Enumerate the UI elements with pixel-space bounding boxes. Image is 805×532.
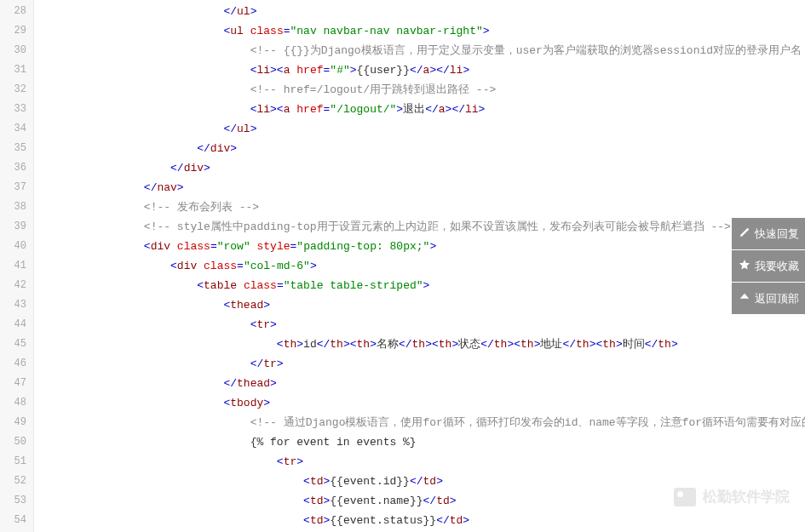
line-number: 54 [0, 511, 33, 530]
line-number: 29 [0, 21, 33, 41]
code-line[interactable]: <!-- {{}}为Django模板语言，用于定义显示变量，user为客户端获取… [34, 41, 805, 60]
line-number: 48 [0, 393, 33, 413]
button-label: 快速回复 [755, 226, 799, 242]
code-line[interactable]: <td>{{event.status}}</td> [34, 511, 805, 530]
line-number: 50 [0, 432, 33, 452]
code-line[interactable]: </nav> [34, 178, 805, 197]
watermark: 松勤软件学院 [674, 487, 790, 506]
code-line[interactable]: <!-- 发布会列表 --> [34, 197, 805, 217]
code-line[interactable]: <tr> [34, 452, 805, 472]
code-editor: 2829303132333435363738394041424344454647… [0, 0, 805, 532]
up-icon [739, 291, 750, 306]
line-number: 31 [0, 60, 33, 80]
line-number: 34 [0, 119, 33, 139]
line-number: 45 [0, 335, 33, 354]
line-number: 41 [0, 256, 33, 276]
code-line[interactable]: <!-- href=/logout/用于跳转到退出路径 --> [34, 80, 805, 100]
code-line[interactable]: </tr> [34, 354, 805, 374]
line-number: 35 [0, 139, 33, 158]
quick-reply-button[interactable]: 快速回复 [732, 218, 805, 249]
line-number: 37 [0, 178, 33, 197]
code-line[interactable]: <li><a href="#">{{user}}</a></li> [34, 60, 805, 80]
code-line[interactable]: <div class="col-md-6"> [34, 256, 805, 276]
code-line[interactable]: <!-- 通过Django模板语言，使用for循环，循环打印发布会的id、nam… [34, 413, 805, 432]
line-number: 28 [0, 2, 33, 21]
line-number: 33 [0, 100, 33, 119]
line-number: 43 [0, 295, 33, 315]
line-number: 52 [0, 472, 33, 491]
code-line[interactable]: <th>id</th><th>名称</th><th>状态</th><th>地址<… [34, 335, 805, 354]
code-line[interactable]: <div class="row" style="padding-top: 80p… [34, 237, 805, 256]
code-line[interactable]: </thead> [34, 374, 805, 393]
code-line[interactable]: <table class="table table-striped"> [34, 276, 805, 295]
code-line[interactable]: <li><a href="/logout/">退出</a></li> [34, 100, 805, 119]
star-icon [739, 259, 750, 273]
pencil-icon [739, 226, 750, 241]
float-action-bar: 快速回复我要收藏返回顶部 [732, 218, 805, 315]
watermark-text: 松勤软件学院 [703, 487, 790, 506]
code-line[interactable]: </div> [34, 158, 805, 178]
line-number: 46 [0, 354, 33, 374]
line-number: 30 [0, 41, 33, 60]
back-top-button[interactable]: 返回顶部 [732, 283, 805, 314]
code-line[interactable]: </ul> [34, 2, 805, 21]
wechat-icon [674, 488, 696, 506]
code-line[interactable]: </ul> [34, 119, 805, 139]
code-area[interactable]: </ul> <ul class="nav navbar-nav navbar-r… [34, 0, 805, 532]
line-number: 32 [0, 80, 33, 100]
line-number: 42 [0, 276, 33, 295]
line-number: 53 [0, 491, 33, 511]
button-label: 返回顶部 [755, 291, 799, 306]
code-line[interactable]: <ul class="nav navbar-nav navbar-right"> [34, 21, 805, 41]
line-number: 40 [0, 237, 33, 256]
code-line[interactable]: <tbody> [34, 393, 805, 413]
line-number: 49 [0, 413, 33, 432]
line-number: 38 [0, 197, 33, 217]
code-line[interactable]: <thead> [34, 295, 805, 315]
line-number: 51 [0, 452, 33, 472]
line-number: 36 [0, 158, 33, 178]
button-label: 我要收藏 [755, 259, 799, 274]
favorite-button[interactable]: 我要收藏 [732, 250, 805, 282]
code-line[interactable]: {% for event in events %} [34, 432, 805, 452]
code-line[interactable]: </div> [34, 139, 805, 158]
code-line[interactable]: <!-- style属性中padding-top用于设置元素的上内边距，如果不设… [34, 217, 805, 237]
line-number-gutter: 2829303132333435363738394041424344454647… [0, 0, 34, 532]
code-line[interactable]: <tr> [34, 315, 805, 335]
line-number: 44 [0, 315, 33, 335]
line-number: 47 [0, 374, 33, 393]
line-number: 39 [0, 217, 33, 237]
